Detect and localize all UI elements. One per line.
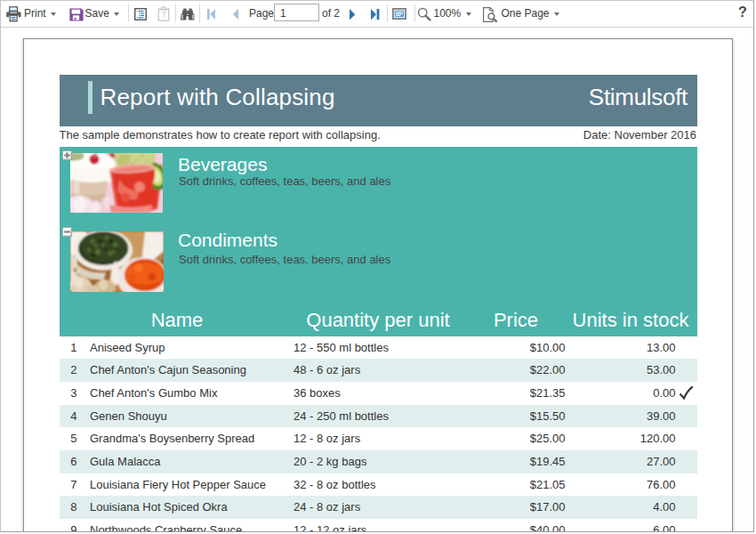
svg-text:?: ?	[161, 10, 165, 19]
